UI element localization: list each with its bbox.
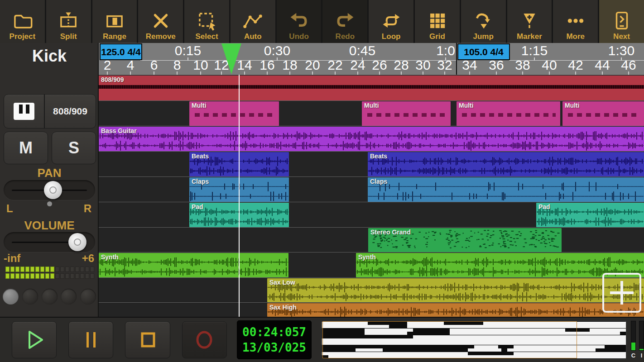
record-icon bbox=[192, 328, 216, 352]
split-icon bbox=[58, 9, 79, 33]
bar-tick bbox=[312, 71, 313, 75]
instrument-name[interactable]: 808/909 bbox=[45, 106, 96, 117]
clip-multi[interactable]: Multi bbox=[362, 101, 451, 126]
meter-segment bbox=[20, 267, 24, 272]
clip-synth[interactable]: Synth bbox=[99, 253, 288, 277]
bar-tick bbox=[628, 71, 629, 75]
clip-stereo-grand[interactable]: Stereo Grand bbox=[368, 228, 562, 252]
track-row-claps[interactable]: ClapsClaps bbox=[99, 176, 644, 202]
solo-button[interactable]: S bbox=[52, 132, 96, 164]
panel-pad[interactable] bbox=[80, 289, 96, 305]
mute-button[interactable]: M bbox=[4, 132, 48, 164]
meter-segment bbox=[5, 273, 10, 279]
toolbar-button-project[interactable]: Project bbox=[0, 0, 45, 43]
toolbar-button-label: More bbox=[566, 33, 585, 41]
track-row-bass-guitar[interactable]: Bass Guitar bbox=[99, 126, 644, 151]
record-button[interactable] bbox=[182, 321, 227, 358]
track-row-sax-high[interactable]: Sax High bbox=[99, 302, 644, 317]
clip-label: Beats bbox=[192, 152, 209, 160]
arrangement-area[interactable]: 808/909MultiMultiMultiMultiBass GuitarBe… bbox=[99, 75, 644, 317]
clip-claps[interactable]: Claps bbox=[368, 177, 644, 202]
tempo-marker[interactable]: 125.0 4/4 bbox=[100, 43, 142, 60]
piano-icon[interactable] bbox=[4, 95, 45, 128]
toolbar-button-select[interactable]: Select bbox=[184, 0, 229, 43]
bar-tick bbox=[154, 71, 154, 75]
bar-number: 40 bbox=[542, 57, 557, 73]
toolbar-button-redo[interactable]: Redo bbox=[322, 0, 367, 43]
bar-tick bbox=[335, 71, 336, 75]
volume-slider[interactable] bbox=[4, 232, 95, 252]
panel-pad[interactable] bbox=[22, 289, 38, 305]
toolbar-button-label: Grid bbox=[429, 33, 445, 41]
plus-icon bbox=[610, 281, 634, 305]
tempo-change-line bbox=[456, 43, 457, 75]
clip-multi[interactable]: Multi bbox=[457, 101, 560, 126]
track-row-sax-low[interactable]: Sax Low bbox=[99, 277, 644, 302]
meter-segment bbox=[85, 273, 89, 279]
track-row-pad[interactable]: PadPad bbox=[99, 202, 644, 227]
toolbar-button-loop[interactable]: Loop bbox=[369, 0, 413, 43]
marker-icon bbox=[519, 9, 540, 33]
track-row-synth[interactable]: SynthSynth bbox=[99, 252, 644, 277]
toolbar-button-remove[interactable]: Remove bbox=[138, 0, 183, 43]
timeline-ruler[interactable]: 0:150:300:451:01:151:3024681012141618202… bbox=[99, 43, 644, 75]
remove-icon bbox=[150, 9, 171, 33]
clip-multi[interactable]: Multi bbox=[189, 101, 279, 126]
midi-note-stripe bbox=[99, 85, 644, 89]
toolbar-button-grid[interactable]: Grid bbox=[415, 0, 460, 43]
stop-button[interactable] bbox=[125, 321, 170, 358]
tempo-marker[interactable]: 105.0 4/4 bbox=[457, 43, 510, 60]
pan-slider[interactable] bbox=[4, 180, 95, 200]
track-row-multi[interactable]: MultiMultiMultiMulti bbox=[99, 100, 644, 126]
midi-dash-pattern bbox=[568, 113, 639, 117]
instrument-button[interactable]: 808/909 bbox=[4, 94, 96, 129]
panel-pad[interactable] bbox=[3, 289, 19, 305]
add-track-button[interactable] bbox=[602, 273, 641, 313]
clip-label: Sax High bbox=[269, 304, 297, 311]
project-overview[interactable] bbox=[322, 320, 626, 359]
stop-icon bbox=[135, 328, 160, 352]
clip-pad[interactable]: Pad bbox=[536, 203, 644, 227]
time-display[interactable]: 00:24:057 13/03/025 bbox=[237, 320, 312, 359]
clip-multi[interactable]: Multi bbox=[562, 101, 644, 126]
overview-window[interactable] bbox=[322, 321, 577, 358]
date-display: 13/03/025 bbox=[242, 340, 306, 355]
toolbar-button-more[interactable]: More bbox=[553, 0, 598, 43]
meter-segment bbox=[35, 273, 39, 279]
bar-tick bbox=[130, 71, 131, 75]
meter-segment bbox=[20, 273, 24, 279]
clip-label: Bass Guitar bbox=[101, 127, 137, 134]
bar-number: 8 bbox=[173, 57, 181, 73]
clip-sax-high[interactable]: Sax High bbox=[267, 303, 644, 317]
toolbar-button-jump[interactable]: Jump bbox=[461, 0, 506, 43]
clip-bass-guitar[interactable]: Bass Guitar bbox=[99, 127, 644, 151]
toolbar-button-range[interactable]: Range bbox=[92, 0, 137, 43]
track-row-stereo-grand[interactable]: Stereo Grand bbox=[99, 227, 644, 252]
meter-segment bbox=[40, 267, 44, 272]
clip-beats[interactable]: Beats bbox=[368, 152, 644, 176]
toolbar-button-undo[interactable]: Undo bbox=[277, 0, 322, 43]
panel-pad[interactable] bbox=[42, 289, 58, 305]
toolbar-button-auto[interactable]: Auto bbox=[231, 0, 275, 43]
redo-icon bbox=[335, 9, 356, 33]
clip-label: Sax Low bbox=[269, 279, 295, 286]
track-row-808-909[interactable]: 808/909 bbox=[99, 75, 644, 100]
midi-dash-pattern bbox=[462, 113, 556, 117]
toolbar-button-marker[interactable]: Marker bbox=[507, 0, 552, 43]
pan-knob[interactable] bbox=[44, 181, 62, 199]
volume-knob[interactable] bbox=[68, 233, 87, 251]
meter-segment bbox=[15, 273, 19, 279]
pause-button[interactable] bbox=[68, 321, 113, 358]
toolbar-button-split[interactable]: Split bbox=[46, 0, 91, 43]
playhead-marker[interactable] bbox=[221, 43, 241, 74]
track-row-beats[interactable]: BeatsBeats bbox=[99, 151, 644, 176]
panel-pad[interactable] bbox=[61, 289, 77, 305]
toolbar-button-next[interactable]: Next bbox=[599, 0, 644, 43]
clip-sax-low[interactable]: Sax Low bbox=[267, 278, 644, 302]
meter-segment bbox=[25, 267, 29, 272]
clip-synth[interactable]: Synth bbox=[356, 253, 644, 277]
meter-segment bbox=[45, 267, 49, 272]
clip-808-909[interactable]: 808/909 bbox=[99, 76, 644, 100]
meter-label: I bbox=[639, 352, 644, 359]
play-button[interactable] bbox=[12, 321, 57, 358]
